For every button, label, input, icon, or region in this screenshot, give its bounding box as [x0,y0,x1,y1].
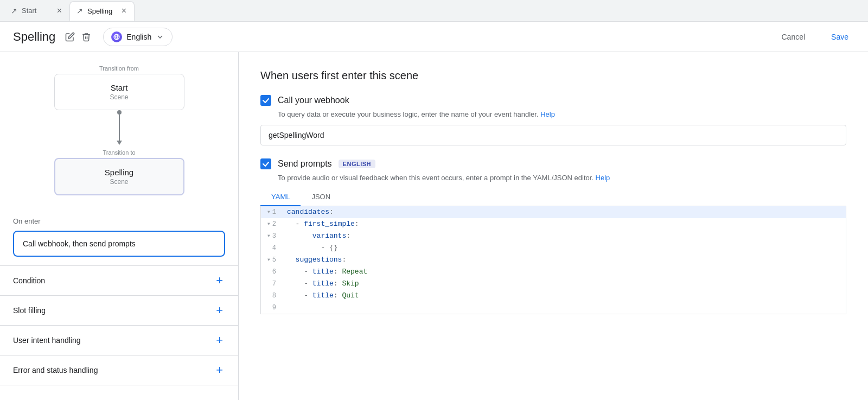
tab-spelling-label: Spelling [87,7,112,15]
language-dropdown[interactable]: English [103,28,173,46]
lang-badge: ENGLISH [339,160,375,168]
tab-json[interactable]: JSON [301,188,341,206]
tab-start-close[interactable]: × [56,5,63,16]
prompts-checkbox[interactable] [260,158,271,169]
line-number: 1 [272,206,276,218]
connector-dot [117,110,122,115]
spelling-node[interactable]: Spelling Scene [54,158,184,195]
line-number: 5 [272,254,276,266]
header-actions: Cancel Save [775,28,855,46]
tab-spelling-close[interactable]: × [120,5,127,16]
tab-start-label: Start [22,7,36,15]
line-gutter: ▼5 [261,254,283,266]
tab-spelling-icon: ↗ [76,7,83,15]
globe-icon [111,31,122,42]
webhook-checkbox-row: Call your webhook [260,95,846,106]
code-line: 7 - title: Skip [261,278,846,290]
code-line: 4 - {} [261,242,846,254]
section-slot-filling[interactable]: Slot filling + [0,296,238,326]
left-panel: Transition from Start Scene Transition t… [0,52,239,400]
line-number: 3 [272,230,276,242]
connector-line [119,115,120,141]
condition-add-button[interactable]: + [214,275,225,287]
spelling-node-subtitle: Scene [64,178,175,186]
error-status-label: Error and status handling [13,366,98,374]
prompts-checkbox-row: Send prompts ENGLISH [260,158,846,169]
code-content: - title: Quit [283,290,359,302]
code-content: - title: Repeat [283,266,367,278]
code-line: ▼1candidates: [261,206,846,218]
fold-arrow-icon[interactable]: ▼ [267,206,270,218]
right-panel-title: When users first enter this scene [260,69,846,82]
code-editor[interactable]: ▼1candidates:▼2 - first_simple:▼3 varian… [260,206,846,314]
on-enter-label: On enter [13,217,225,225]
tab-spelling[interactable]: ↗ Spelling × [69,1,135,21]
start-node[interactable]: Start Scene [54,74,184,110]
main-layout: Transition from Start Scene Transition t… [0,52,868,400]
code-line: ▼2 - first_simple: [261,218,846,230]
tab-yaml[interactable]: YAML [260,188,301,206]
line-number: 7 [272,278,276,290]
line-gutter: 7 [261,278,283,290]
fold-arrow-icon[interactable]: ▼ [267,218,270,230]
header: Spelling English Cancel Save [0,22,868,52]
start-node-subtitle: Scene [63,93,175,101]
edit-title-button[interactable] [62,29,78,45]
error-status-add-button[interactable]: + [214,364,225,376]
line-gutter: ▼2 [261,218,283,230]
line-gutter: 8 [261,290,283,302]
code-line: ▼5 suggestions: [261,254,846,266]
tab-start[interactable]: ↗ Start × [4,1,69,21]
transition-to-label: Transition to [103,149,135,156]
prompts-help-text: To provide audio or visual feedback when… [278,174,846,182]
webhook-label: Call your webhook [278,96,349,105]
slot-filling-add-button[interactable]: + [214,304,225,316]
webhook-checkbox[interactable] [260,95,271,106]
code-content: - first_simple: [283,218,359,230]
flow-diagram: Transition from Start Scene Transition t… [0,52,238,208]
line-number: 2 [272,218,276,230]
section-error-status[interactable]: Error and status handling + [0,355,238,385]
page-title: Spelling [13,30,55,44]
code-line: 6 - title: Repeat [261,266,846,278]
start-node-title: Start [63,83,175,92]
on-enter-section: On enter Call webhook, then send prompts [0,208,238,257]
editor-tabs: YAML JSON [260,188,846,206]
cancel-button[interactable]: Cancel [775,28,812,46]
tab-start-icon: ↗ [11,7,17,15]
transition-from-label: Transition from [99,65,139,72]
fold-arrow-icon[interactable]: ▼ [267,230,270,242]
fold-arrow-icon[interactable]: ▼ [267,254,270,266]
code-content: - {} [283,242,338,254]
line-gutter: ▼1 [261,206,283,218]
delete-button[interactable] [78,29,94,45]
line-number: 4 [272,242,276,254]
webhook-help-text: To query data or execute your business l… [278,110,846,118]
line-gutter: 9 [261,302,283,314]
connector-arrow [117,141,122,145]
code-content: - title: Skip [283,278,359,290]
save-button[interactable]: Save [825,28,855,46]
tab-bar: ↗ Start × ↗ Spelling × [0,0,868,22]
prompts-label: Send prompts [278,159,332,169]
prompts-help-link[interactable]: Help [596,174,610,182]
code-line: ▼3 variants: [261,230,846,242]
webhook-input[interactable] [260,125,846,145]
line-gutter: 4 [261,242,283,254]
section-user-intent[interactable]: User intent handling + [0,326,238,355]
right-panel: When users first enter this scene Call y… [239,52,868,400]
on-enter-card[interactable]: Call webhook, then send prompts [13,231,225,257]
code-content: suggestions: [283,254,346,266]
line-number: 6 [272,266,276,278]
code-line: 9 [261,302,846,314]
condition-label: Condition [13,276,45,285]
section-list: Condition + Slot filling + User intent h… [0,265,238,385]
code-content: candidates: [283,206,334,218]
webhook-help-link[interactable]: Help [540,110,555,118]
user-intent-add-button[interactable]: + [214,334,225,346]
on-enter-card-text: Call webhook, then send prompts [23,239,136,248]
flow-connector [117,110,122,145]
section-condition[interactable]: Condition + [0,266,238,296]
user-intent-label: User intent handling [13,336,81,345]
line-gutter: 6 [261,266,283,278]
